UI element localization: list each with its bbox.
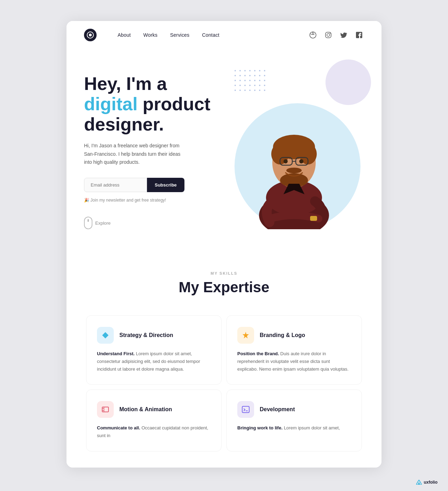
svg-point-18 — [299, 159, 303, 163]
skill-header-branding: Branding & Logo — [237, 327, 351, 344]
svg-point-19 — [286, 168, 302, 173]
logo[interactable] — [84, 29, 97, 41]
svg-point-5 — [330, 33, 330, 34]
svg-marker-22 — [243, 332, 249, 338]
svg-rect-24 — [242, 406, 249, 413]
instagram-icon[interactable] — [323, 30, 333, 40]
explore-label: Explore — [95, 220, 111, 226]
subscribe-form: Subscribe — [84, 178, 224, 192]
svg-point-1 — [89, 34, 92, 36]
skill-name-motion: Motion & Animation — [119, 406, 172, 413]
development-icon — [237, 401, 254, 418]
skill-card-branding: Branding & Logo Position the Brand. Duis… — [226, 315, 362, 385]
header: About Works Services Contact — [66, 21, 382, 49]
subscribe-button[interactable]: Subscribe — [147, 178, 184, 192]
hero-visual — [224, 63, 364, 229]
skill-desc-branding: Position the Brand. Duis aute irure dolo… — [237, 350, 351, 373]
svg-point-2 — [310, 32, 316, 38]
dribbble-icon[interactable] — [308, 30, 318, 40]
svg-point-17 — [284, 159, 288, 163]
scroll-dot — [88, 219, 89, 222]
nav-about[interactable]: About — [118, 32, 131, 38]
skill-name-branding: Branding & Logo — [260, 332, 305, 338]
skill-desc-development: Bringing work to life. Lorem ipsum dolor… — [237, 424, 351, 432]
main-nav: About Works Services Contact — [118, 32, 219, 38]
skill-card-development: Development Bringing work to life. Lorem… — [226, 390, 362, 451]
facebook-icon[interactable] — [354, 30, 364, 40]
person-illustration — [241, 96, 346, 229]
skill-name-development: Development — [260, 406, 295, 413]
skills-grid: Strategy & Direction Understand First. L… — [84, 313, 364, 453]
newsletter-note: 🎉 Join my newsletter and get free strate… — [84, 198, 224, 203]
hero-subtitle: Hi, I'm Jason a freelance web designer f… — [84, 142, 189, 167]
uxfolio-icon — [416, 480, 422, 485]
skills-section: MY SKILLS My Expertise Strategy & Direct… — [66, 250, 382, 467]
motion-icon — [97, 401, 114, 418]
explore-button[interactable]: Explore — [84, 217, 224, 229]
scroll-indicator — [84, 217, 92, 229]
email-input[interactable] — [84, 178, 147, 192]
branding-icon — [237, 327, 254, 344]
skill-name-strategy: Strategy & Direction — [119, 332, 173, 338]
browser-card: About Works Services Contact — [66, 21, 382, 468]
skill-desc-strategy: Understand First. Lorem ipsum dolor sit … — [97, 350, 211, 373]
strategy-icon — [97, 327, 114, 344]
nav-works[interactable]: Works — [144, 32, 158, 38]
hero-content: Hey, I'm a digital product designer. Hi,… — [84, 63, 224, 229]
skill-card-strategy: Strategy & Direction Understand First. L… — [86, 315, 222, 385]
skills-section-label: MY SKILLS — [84, 271, 364, 275]
svg-marker-26 — [418, 482, 420, 485]
svg-marker-21 — [102, 332, 108, 338]
social-icons — [308, 30, 364, 40]
nav-services[interactable]: Services — [170, 32, 189, 38]
skills-section-title: My Expertise — [84, 279, 364, 296]
skill-card-motion: Motion & Animation Communicate to all. O… — [86, 390, 222, 451]
watermark-label: uxfolio — [424, 480, 438, 485]
skill-desc-motion: Communicate to all. Occaecat cupidatat n… — [97, 424, 211, 440]
hero-section: Hey, I'm a digital product designer. Hi,… — [66, 49, 382, 250]
skill-header-strategy: Strategy & Direction — [97, 327, 211, 344]
skill-header-development: Development — [237, 401, 351, 418]
svg-rect-20 — [310, 216, 317, 221]
twitter-icon[interactable] — [339, 30, 349, 40]
svg-rect-23 — [102, 407, 108, 412]
nav-contact[interactable]: Contact — [202, 32, 219, 38]
svg-point-4 — [327, 34, 330, 36]
dot-pattern — [234, 70, 267, 92]
hero-title: Hey, I'm a digital product designer. — [84, 73, 224, 135]
skill-header-motion: Motion & Animation — [97, 401, 211, 418]
watermark: uxfolio — [416, 480, 438, 485]
